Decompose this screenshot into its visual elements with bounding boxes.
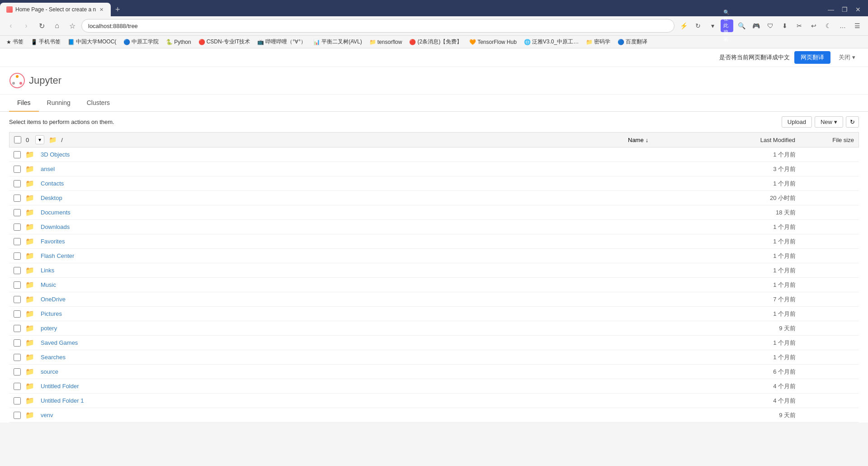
file-name-13[interactable]: Saved Games [41, 339, 710, 346]
file-name-7[interactable]: Flash Center [41, 252, 710, 259]
select-all-checkbox[interactable] [14, 136, 21, 143]
maximize-button[interactable]: ❐ [838, 3, 851, 16]
bookmark-item-python[interactable]: 🐍 Python [163, 38, 193, 46]
file-checkbox-9[interactable] [14, 281, 21, 289]
bookmark-item-tfhub[interactable]: 🧡 TensorFlow Hub [467, 38, 519, 46]
back-button[interactable]: ‹ [5, 19, 17, 32]
search-button[interactable]: 🔍 [735, 19, 748, 32]
file-name-8[interactable]: Links [41, 267, 710, 274]
tab-close-button[interactable]: ✕ [99, 6, 104, 14]
col-last-modified-header[interactable]: Last Modified [714, 137, 795, 143]
bookmark-item-baidu-translate[interactable]: 🔵 百度翻译 [615, 37, 650, 47]
file-name-16[interactable]: Untitled Folder [41, 383, 710, 390]
file-checkbox-16[interactable] [14, 383, 21, 390]
file-name-15[interactable]: source [41, 368, 710, 375]
bookmark-item-zhongyuan[interactable]: 🔵 中原工学院 [121, 37, 161, 47]
file-checkbox-8[interactable] [14, 267, 21, 274]
toolbar-right: Upload New ▾ ↻ [782, 116, 859, 128]
file-checkbox-18[interactable] [14, 412, 21, 419]
undo-icon[interactable]: ↩ [807, 19, 820, 32]
minimize-button[interactable]: — [825, 3, 837, 16]
upload-button[interactable]: Upload [782, 116, 812, 128]
more-button[interactable]: … [836, 19, 849, 32]
settings-menu-button[interactable]: ☰ [851, 19, 863, 32]
bookmark-star-button[interactable]: ☆ [66, 19, 79, 32]
bookmark-item-avl[interactable]: 📊 平衡二叉树(AVL) [311, 37, 365, 47]
bookmark-item-crypto[interactable]: 📁 密码学 [583, 37, 613, 47]
download-icon[interactable]: ⬇ [778, 19, 791, 32]
file-checkbox-3[interactable] [14, 195, 21, 202]
history-dropdown-icon[interactable]: ▾ [706, 19, 719, 32]
file-checkbox-14[interactable] [14, 354, 21, 361]
file-modified-18: 9 天前 [714, 411, 796, 419]
moon-icon[interactable]: ☾ [822, 19, 835, 32]
file-checkbox-12[interactable] [14, 325, 21, 332]
file-name-18[interactable]: venv [41, 412, 710, 418]
new-button[interactable]: New ▾ [815, 116, 843, 128]
file-modified-7: 1 个月前 [714, 252, 796, 260]
bookmark-item-mobile[interactable]: 📱 手机书签 [28, 37, 63, 47]
file-checkbox-5[interactable] [14, 223, 21, 231]
file-checkbox-11[interactable] [14, 310, 21, 318]
reload-button[interactable]: ↻ [35, 19, 48, 32]
file-name-0[interactable]: 3D Objects [41, 151, 710, 158]
file-checkbox-4[interactable] [14, 209, 21, 216]
bookmark-item-shujian[interactable]: ★ 书签 [4, 37, 26, 47]
translate-button[interactable]: 网页翻译 [794, 51, 830, 64]
file-name-6[interactable]: Favorites [41, 238, 710, 245]
file-name-3[interactable]: Desktop [41, 195, 710, 201]
col-file-size-header[interactable]: File size [800, 137, 854, 143]
bookmark-item-tensorflow[interactable]: 📁 tensorflow [367, 38, 405, 46]
close-translation-button[interactable]: 关闭 ▾ [835, 51, 859, 64]
bookmark-label: 平衡二叉树(AVL) [321, 38, 362, 46]
tab-clusters[interactable]: Clusters [79, 95, 118, 112]
shield-icon[interactable]: 🛡 [764, 19, 777, 32]
active-tab[interactable]: Home Page - Select or create a n ✕ [0, 3, 111, 16]
tab-files[interactable]: Files [9, 95, 39, 112]
file-name-5[interactable]: Downloads [41, 223, 710, 230]
folder-icon-8: 📁 [25, 266, 34, 275]
bookmark-item-mooc[interactable]: 📘 中国大学MOOC( [65, 37, 119, 47]
file-name-14[interactable]: Searches [41, 354, 710, 361]
forward-button[interactable]: › [20, 19, 33, 32]
file-checkbox-10[interactable] [14, 296, 21, 303]
refresh-nav-icon[interactable]: ↻ [692, 19, 704, 32]
lightning-icon[interactable]: ⚡ [677, 19, 690, 32]
search-engine-icon[interactable]: 🔍 在此搜索 [721, 19, 733, 32]
folder-icon-12: 📁 [25, 324, 34, 333]
sort-dropdown-button[interactable]: ▾ [35, 135, 44, 144]
close-button[interactable]: ✕ [852, 3, 864, 16]
file-name-10[interactable]: OneDrive [41, 296, 710, 303]
game-icon[interactable]: 🎮 [750, 19, 762, 32]
file-checkbox-17[interactable] [14, 397, 21, 404]
file-checkbox-1[interactable] [14, 166, 21, 173]
file-name-1[interactable]: ansel [41, 166, 710, 172]
file-name-2[interactable]: Contacts [41, 180, 710, 187]
folder-icon-14: 📁 [25, 353, 34, 361]
file-name-17[interactable]: Untitled Folder 1 [41, 397, 710, 404]
tab-running[interactable]: Running [39, 95, 79, 112]
address-bar[interactable] [81, 19, 675, 33]
scissors-icon[interactable]: ✂ [793, 19, 806, 32]
bookmark-item-fanya[interactable]: 🌐 泛雅V3.0_中原工… [521, 37, 581, 47]
file-name-4[interactable]: Documents [41, 209, 710, 216]
file-name-11[interactable]: Pictures [41, 310, 710, 317]
home-button[interactable]: ⌂ [51, 19, 63, 32]
bookmark-item-csdn[interactable]: 🔴 CSDN-专业IT技术 [196, 37, 253, 47]
refresh-button[interactable]: ↻ [846, 116, 859, 128]
mobile-icon: 📱 [31, 39, 38, 45]
bookmark-label: 哔哩哔哩（°∀°） [265, 38, 306, 46]
file-checkbox-7[interactable] [14, 252, 21, 260]
new-tab-button[interactable]: + [111, 5, 125, 14]
col-name-header[interactable]: Name ↓ [628, 137, 709, 143]
file-checkbox-2[interactable] [14, 180, 21, 187]
file-modified-16: 4 个月前 [714, 382, 796, 390]
bookmark-item-bilibili[interactable]: 📺 哔哩哔哩（°∀°） [255, 37, 309, 47]
file-checkbox-15[interactable] [14, 368, 21, 376]
file-checkbox-13[interactable] [14, 339, 21, 347]
file-name-9[interactable]: Music [41, 281, 710, 288]
file-checkbox-6[interactable] [14, 238, 21, 245]
bookmark-item-free[interactable]: 🔴 (2条消息)【免费】 [406, 37, 465, 47]
file-name-12[interactable]: potery [41, 325, 710, 332]
file-checkbox-0[interactable] [14, 151, 21, 158]
